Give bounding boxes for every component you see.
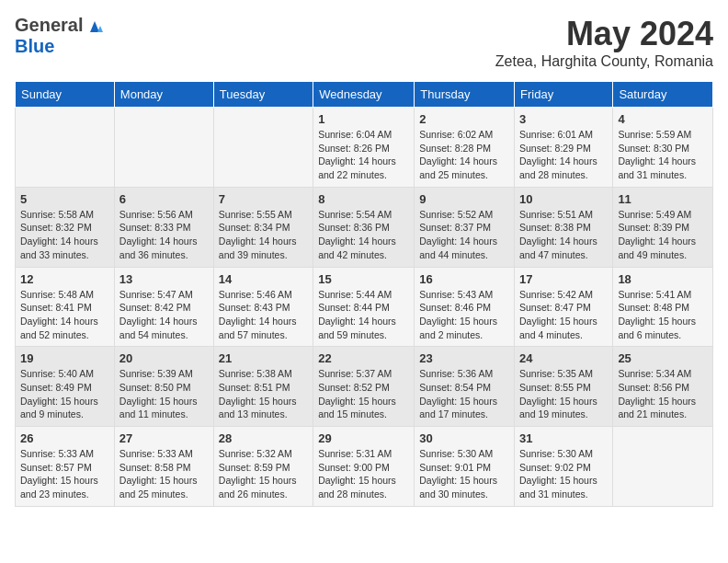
day-number: 10 — [519, 192, 608, 206]
day-cell — [213, 108, 313, 188]
day-cell: 11Sunrise: 5:49 AMSunset: 8:39 PMDayligh… — [613, 187, 713, 267]
day-cell: 4Sunrise: 5:59 AMSunset: 8:30 PMDaylight… — [613, 108, 713, 188]
day-number: 12 — [20, 272, 109, 286]
day-cell: 5Sunrise: 5:58 AMSunset: 8:32 PMDaylight… — [16, 187, 115, 267]
day-number: 16 — [419, 272, 509, 286]
svg-marker-0 — [90, 21, 99, 32]
day-number: 17 — [519, 272, 608, 286]
week-row-4: 26Sunrise: 5:33 AMSunset: 8:57 PMDayligh… — [16, 427, 713, 507]
day-info: Sunrise: 5:58 AMSunset: 8:32 PMDaylight:… — [20, 208, 109, 262]
day-info: Sunrise: 5:33 AMSunset: 8:58 PMDaylight:… — [119, 447, 209, 501]
logo-blue-text: Blue — [15, 36, 105, 57]
day-number: 2 — [419, 112, 509, 126]
day-number: 1 — [318, 112, 409, 126]
day-cell: 7Sunrise: 5:55 AMSunset: 8:34 PMDaylight… — [213, 187, 313, 267]
day-number: 20 — [119, 351, 209, 365]
day-info: Sunrise: 5:39 AMSunset: 8:50 PMDaylight:… — [119, 367, 209, 421]
day-cell: 21Sunrise: 5:38 AMSunset: 8:51 PMDayligh… — [213, 347, 313, 427]
day-cell: 27Sunrise: 5:33 AMSunset: 8:58 PMDayligh… — [114, 427, 213, 507]
day-info: Sunrise: 5:54 AMSunset: 8:36 PMDaylight:… — [318, 208, 409, 262]
day-info: Sunrise: 5:42 AMSunset: 8:47 PMDaylight:… — [519, 288, 608, 342]
day-info: Sunrise: 5:47 AMSunset: 8:42 PMDaylight:… — [119, 288, 209, 342]
day-info: Sunrise: 5:41 AMSunset: 8:48 PMDaylight:… — [618, 288, 708, 342]
weekday-header-friday: Friday — [515, 82, 613, 108]
day-cell: 23Sunrise: 5:36 AMSunset: 8:54 PMDayligh… — [415, 347, 515, 427]
day-number: 4 — [618, 112, 708, 126]
week-row-0: 1Sunrise: 6:04 AMSunset: 8:26 PMDaylight… — [16, 108, 713, 188]
day-cell: 30Sunrise: 5:30 AMSunset: 9:01 PMDayligh… — [415, 427, 515, 507]
day-cell — [16, 108, 115, 188]
weekday-header-monday: Monday — [114, 82, 213, 108]
day-cell: 1Sunrise: 6:04 AMSunset: 8:26 PMDaylight… — [313, 108, 415, 188]
day-cell: 26Sunrise: 5:33 AMSunset: 8:57 PMDayligh… — [16, 427, 115, 507]
day-cell: 28Sunrise: 5:32 AMSunset: 8:59 PMDayligh… — [213, 427, 313, 507]
day-info: Sunrise: 5:35 AMSunset: 8:55 PMDaylight:… — [519, 367, 608, 421]
day-info: Sunrise: 5:46 AMSunset: 8:43 PMDaylight:… — [219, 288, 308, 342]
day-number: 9 — [419, 192, 509, 206]
main-title: May 2024 — [495, 15, 713, 53]
day-number: 23 — [419, 351, 509, 365]
page-header: General Blue May 2024 Zetea, Harghita Co… — [15, 15, 713, 70]
day-info: Sunrise: 5:51 AMSunset: 8:38 PMDaylight:… — [519, 208, 608, 262]
day-info: Sunrise: 5:33 AMSunset: 8:57 PMDaylight:… — [20, 447, 109, 501]
day-number: 24 — [519, 351, 608, 365]
day-number: 27 — [119, 431, 209, 445]
subtitle: Zetea, Harghita County, Romania — [495, 53, 713, 70]
day-info: Sunrise: 5:52 AMSunset: 8:37 PMDaylight:… — [419, 208, 509, 262]
day-info: Sunrise: 5:43 AMSunset: 8:46 PMDaylight:… — [419, 288, 509, 342]
day-cell: 9Sunrise: 5:52 AMSunset: 8:37 PMDaylight… — [415, 187, 515, 267]
day-info: Sunrise: 6:04 AMSunset: 8:26 PMDaylight:… — [318, 128, 409, 182]
day-info: Sunrise: 6:02 AMSunset: 8:28 PMDaylight:… — [419, 128, 509, 182]
day-number: 22 — [318, 351, 409, 365]
day-info: Sunrise: 5:31 AMSunset: 9:00 PMDaylight:… — [318, 447, 409, 501]
weekday-header-wednesday: Wednesday — [313, 82, 415, 108]
day-info: Sunrise: 5:30 AMSunset: 9:02 PMDaylight:… — [519, 447, 608, 501]
weekday-header-thursday: Thursday — [415, 82, 515, 108]
day-info: Sunrise: 5:34 AMSunset: 8:56 PMDaylight:… — [618, 367, 708, 421]
logo: General Blue — [15, 15, 105, 57]
week-row-3: 19Sunrise: 5:40 AMSunset: 8:49 PMDayligh… — [16, 347, 713, 427]
day-info: Sunrise: 5:55 AMSunset: 8:34 PMDaylight:… — [219, 208, 308, 262]
day-number: 29 — [318, 431, 409, 445]
day-cell: 12Sunrise: 5:48 AMSunset: 8:41 PMDayligh… — [16, 267, 115, 347]
day-cell — [114, 108, 213, 188]
day-cell — [613, 427, 713, 507]
day-cell: 17Sunrise: 5:42 AMSunset: 8:47 PMDayligh… — [515, 267, 613, 347]
weekday-header-saturday: Saturday — [613, 82, 713, 108]
day-cell: 10Sunrise: 5:51 AMSunset: 8:38 PMDayligh… — [515, 187, 613, 267]
weekday-header-sunday: Sunday — [16, 82, 115, 108]
day-cell: 29Sunrise: 5:31 AMSunset: 9:00 PMDayligh… — [313, 427, 415, 507]
day-number: 11 — [618, 192, 708, 206]
svg-marker-1 — [97, 26, 103, 32]
day-number: 19 — [20, 351, 109, 365]
weekday-header-row: SundayMondayTuesdayWednesdayThursdayFrid… — [16, 82, 713, 108]
day-number: 5 — [20, 192, 109, 206]
day-cell: 15Sunrise: 5:44 AMSunset: 8:44 PMDayligh… — [313, 267, 415, 347]
day-number: 25 — [618, 351, 708, 365]
day-number: 28 — [219, 431, 308, 445]
day-info: Sunrise: 5:59 AMSunset: 8:30 PMDaylight:… — [618, 128, 708, 182]
title-area: May 2024 Zetea, Harghita County, Romania — [495, 15, 713, 70]
day-number: 8 — [318, 192, 409, 206]
day-number: 30 — [419, 431, 509, 445]
day-info: Sunrise: 5:56 AMSunset: 8:33 PMDaylight:… — [119, 208, 209, 262]
day-number: 18 — [618, 272, 708, 286]
day-number: 26 — [20, 431, 109, 445]
day-info: Sunrise: 5:40 AMSunset: 8:49 PMDaylight:… — [20, 367, 109, 421]
day-cell: 2Sunrise: 6:02 AMSunset: 8:28 PMDaylight… — [415, 108, 515, 188]
day-cell: 20Sunrise: 5:39 AMSunset: 8:50 PMDayligh… — [114, 347, 213, 427]
day-info: Sunrise: 5:48 AMSunset: 8:41 PMDaylight:… — [20, 288, 109, 342]
day-number: 14 — [219, 272, 308, 286]
day-number: 13 — [119, 272, 209, 286]
day-info: Sunrise: 5:36 AMSunset: 8:54 PMDaylight:… — [419, 367, 509, 421]
day-cell: 13Sunrise: 5:47 AMSunset: 8:42 PMDayligh… — [114, 267, 213, 347]
day-cell: 14Sunrise: 5:46 AMSunset: 8:43 PMDayligh… — [213, 267, 313, 347]
day-number: 21 — [219, 351, 308, 365]
day-cell: 8Sunrise: 5:54 AMSunset: 8:36 PMDaylight… — [313, 187, 415, 267]
day-info: Sunrise: 5:30 AMSunset: 9:01 PMDaylight:… — [419, 447, 509, 501]
day-cell: 6Sunrise: 5:56 AMSunset: 8:33 PMDaylight… — [114, 187, 213, 267]
logo-general-text: General — [15, 15, 83, 36]
day-cell: 3Sunrise: 6:01 AMSunset: 8:29 PMDaylight… — [515, 108, 613, 188]
day-cell: 31Sunrise: 5:30 AMSunset: 9:02 PMDayligh… — [515, 427, 613, 507]
day-info: Sunrise: 5:49 AMSunset: 8:39 PMDaylight:… — [618, 208, 708, 262]
